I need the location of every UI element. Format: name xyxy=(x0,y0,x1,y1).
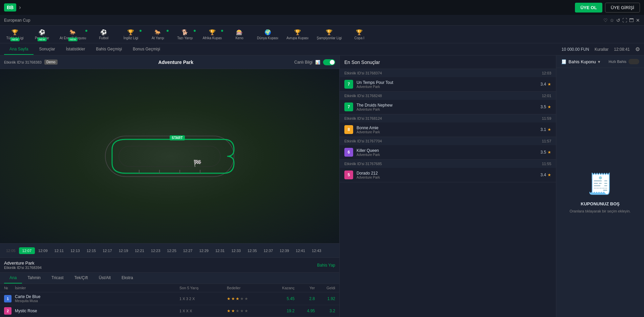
live-toggle[interactable] xyxy=(323,59,335,65)
nav-tab-afrika-kupas[interactable]: 🏆 Afrika Kupas xyxy=(198,28,226,41)
betting-tab-ust-alt[interactable]: Üst/Alt xyxy=(93,273,116,284)
race-row-1: 2 Mystic Rose 1 X X X ★★★★★ 19.2 4.95 3.… xyxy=(0,305,339,317)
time-slot-1239[interactable]: 12:39 xyxy=(276,247,293,254)
time-slot-1219[interactable]: 12:19 xyxy=(115,247,132,254)
betting-tab-tricast[interactable]: Tricast xyxy=(46,273,69,284)
nav-tab-turkiye-ligi[interactable]: 🏆 Türkiye Ligi NEW xyxy=(1,28,28,41)
win-odds-0[interactable]: 5.45 xyxy=(267,296,295,301)
time-slot-1205[interactable]: 12:05 xyxy=(3,247,19,254)
result-group-31768248: Etkinlik ID'si 31768248 12:01 7 The Drui… xyxy=(340,92,556,114)
nav-tab-copa[interactable]: 🏆 Copa I xyxy=(346,28,373,41)
star-icon: ★ xyxy=(231,309,235,313)
result-item-31768248[interactable]: 7 The Druids Nephew Adventure Park 3.5 ★ xyxy=(340,100,556,114)
coupon-chevron-icon[interactable]: ▾ xyxy=(598,59,600,64)
register-button[interactable]: ÜYE OL xyxy=(575,3,602,13)
place-odds-0[interactable]: 2.8 xyxy=(295,296,315,301)
horse-name-0: Carte De Blue xyxy=(15,294,179,299)
coupon-empty-desc: Oranlara tıklayarak bir seçim ekleyin. xyxy=(570,209,630,213)
result-star-31767704: ★ xyxy=(548,150,551,155)
heart-icon[interactable]: ♡ xyxy=(603,18,608,23)
close-icon[interactable]: ✕ xyxy=(636,18,640,23)
result-star-31767685: ★ xyxy=(548,173,551,177)
hizli-bahis-toggle[interactable] xyxy=(628,59,639,64)
time-slot-1213[interactable]: 12:13 xyxy=(67,247,83,254)
result-item-31768374[interactable]: 7 Un Temps Pour Tout Adventure Park 3.4 … xyxy=(340,77,556,91)
live-info-label: Canlı Bilgi xyxy=(294,60,313,65)
horse-name-col-1: Mystic Rose xyxy=(15,309,179,313)
maximize-icon[interactable]: 🗖 xyxy=(629,18,634,23)
time-slot-1207[interactable]: 12:07 xyxy=(19,247,35,254)
event-id-section: Etkinlik ID'si 31768383 Demo xyxy=(4,60,58,65)
result-horse-info-31768248: The Druids Nephew Adventure Park xyxy=(357,103,537,111)
result-horse-name-31768248: The Druids Nephew xyxy=(357,103,537,108)
time-slot-1227[interactable]: 12:27 xyxy=(180,247,196,254)
results-header: En Son Sonuçlar xyxy=(340,55,556,69)
time-slot-1243[interactable]: 12:43 xyxy=(308,247,325,254)
win-odds-1[interactable]: 19.2 xyxy=(267,309,295,313)
result-group-31768124: Etkinlik ID'si 31768124 11:59 8 Bonne Am… xyxy=(340,114,556,137)
sub-nav-item-bahis-gecmisi[interactable]: Bahis Geçmişi xyxy=(90,44,127,55)
time-slot-1215[interactable]: 12:15 xyxy=(83,247,100,254)
place-odds-1[interactable]: 4.95 xyxy=(295,309,315,313)
time-slot-1211[interactable]: 12:11 xyxy=(51,247,67,254)
expand-icon[interactable]: ⛶ xyxy=(622,18,627,23)
time-slot-1221[interactable]: 12:21 xyxy=(131,247,148,254)
hizli-bahis-label: Hızlı Bahis xyxy=(608,60,626,64)
betting-header: Adventure Park Etkinlik ID'si 31768394 B… xyxy=(0,258,339,273)
time-slot-1235[interactable]: 12:35 xyxy=(244,247,260,254)
result-item-31767704[interactable]: 6 Killer Queen Adventure Park 3.5 ★ xyxy=(340,145,556,159)
show-odds-1[interactable]: 3.2 xyxy=(315,309,335,313)
result-item-31767685[interactable]: 5 Dorado 212 Adventure Park 3.4 ★ xyxy=(340,168,556,182)
horse-badge-1: 1 xyxy=(4,295,12,302)
start-label: START xyxy=(170,135,185,140)
sub-nav-item-bonus-gecmisi[interactable]: Bonus Geçmişi xyxy=(127,44,166,55)
nav-tab-at-yarisi[interactable]: 🐎 At Yarışı xyxy=(144,28,171,41)
time-slot-1237[interactable]: 12:37 xyxy=(260,247,277,254)
sub-nav: Ana SayfaSonuçlarİstatistiklerBahis Geçm… xyxy=(0,43,644,55)
time-slot-1209[interactable]: 12:09 xyxy=(35,247,51,254)
star-icon: ★ xyxy=(227,296,231,301)
coupon-title-text: Bahis Kuponu xyxy=(568,59,596,64)
time-slot-1233[interactable]: 12:33 xyxy=(228,247,244,254)
login-button[interactable]: ÜYE GİRİŞİ xyxy=(605,3,640,13)
bahis-yap-button[interactable]: Bahis Yap xyxy=(317,263,335,268)
time-slot-1217[interactable]: 12:17 xyxy=(99,247,115,254)
nav-tab-tazi-yarisi[interactable]: 🐕 Tazı Yarışı xyxy=(171,28,198,41)
rules-link[interactable]: Kurallar xyxy=(595,47,608,52)
nav-tab-sampiyonlar-ligi[interactable]: 🏆 Şampiyonlar Ligi xyxy=(313,28,346,41)
nav-tab-avrupa-kupasi[interactable]: 🏆 Avrupa Kupası xyxy=(282,28,313,41)
nav-tab-futbol[interactable]: ⚽ Futbol xyxy=(90,28,117,41)
show-odds-0[interactable]: 1.92 xyxy=(315,296,335,301)
result-group-header-31767685: Etkinlik ID'si 31767685 11:55 xyxy=(340,160,556,168)
stars-col-0: ★★★★★ xyxy=(227,296,267,301)
sub-nav-item-sonuclar[interactable]: Sonuçlar xyxy=(34,44,60,55)
nav-tab-penaltilar[interactable]: ⚽ Penaltılar NEW xyxy=(28,28,56,41)
settings-icon[interactable]: ⚙ xyxy=(635,46,640,52)
sub-nav-item-istatistikler[interactable]: İstatistikler xyxy=(61,44,91,55)
time-slot-1241[interactable]: 12:41 xyxy=(293,247,309,254)
refresh-icon[interactable]: ↺ xyxy=(616,18,620,23)
nav-tab-keno[interactable]: 🎰 Keno xyxy=(226,28,253,41)
sub-nav-item-ana-sayfa[interactable]: Ana Sayfa xyxy=(4,44,34,55)
betting-tab-ekstra[interactable]: Ekstra xyxy=(116,273,138,284)
nav-tab-dunya-kupasi[interactable]: 🌍 Dünya Kupası xyxy=(253,28,282,41)
betting-tab-tek-cift[interactable]: Tek/Çift xyxy=(69,273,93,284)
betting-tab-tahmin[interactable]: Tahmin xyxy=(22,273,46,284)
last5-col-1: 1 X X X xyxy=(179,309,227,313)
col-header-odds: Bedeller xyxy=(227,286,267,290)
nav-tab-ingiliz-ligi[interactable]: 🏆 İngiliz Ligi xyxy=(117,28,144,41)
betting-title: Adventure Park xyxy=(4,261,42,266)
betting-tab-ana[interactable]: Ana xyxy=(4,273,22,284)
time-slot-1225[interactable]: 12:25 xyxy=(164,247,180,254)
finish-flag-icon: 🏁 xyxy=(193,159,202,167)
live-chart-icon[interactable]: 📊 xyxy=(315,60,320,65)
time-slot-1223[interactable]: 12:23 xyxy=(148,247,164,254)
time-slot-1229[interactable]: 12:29 xyxy=(196,247,212,254)
star-icon[interactable]: ☆ xyxy=(610,18,614,23)
result-item-31768124[interactable]: 8 Bonne Amie Adventure Park 3.1 ★ xyxy=(340,122,556,137)
place-badge-31768124: 8 xyxy=(344,125,353,134)
nav-tab-at-engelli[interactable]: 🐎 At Engelli Koşusu NEW xyxy=(56,28,90,41)
result-group-header-31767704: Etkinlik ID'si 31767704 11:57 xyxy=(340,137,556,145)
time-slot-1231[interactable]: 12:31 xyxy=(212,247,228,254)
result-group-31767704: Etkinlik ID'si 31767704 11:57 6 Killer Q… xyxy=(340,137,556,160)
